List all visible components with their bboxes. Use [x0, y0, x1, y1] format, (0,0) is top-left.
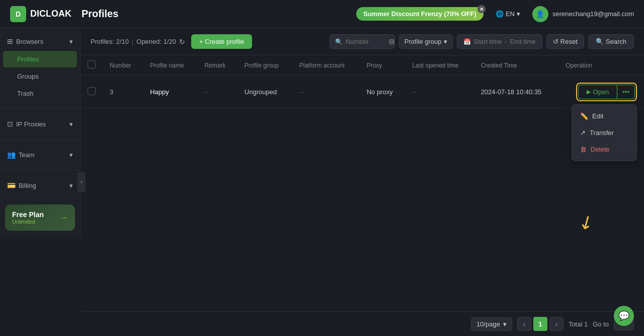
row-checkbox-cell	[80, 76, 103, 109]
operation-container: ▶ Open ••• ✏️	[566, 83, 637, 101]
team-header[interactable]: 👥 Team ▾	[0, 146, 80, 164]
table-row: 3 Happy -- Ungrouped -- No proxy -- 2024…	[80, 76, 644, 109]
user-info[interactable]: 👤 serenechang19@gmail.com	[532, 6, 634, 22]
toolbar-right: 🔍 ⊟ Profile group ▾ 📅 Start time - End t…	[330, 34, 634, 49]
col-platform-account: Platform account	[292, 55, 360, 76]
logo: D DICLOAK	[10, 6, 71, 22]
dropdown-delete[interactable]: 🗑 Delete	[572, 141, 636, 158]
billing-icon: 💳	[7, 181, 16, 189]
profiles-label: Profiles	[17, 55, 39, 63]
search-label: Search	[606, 38, 626, 45]
dropdown-edit[interactable]: ✏️ Edit	[572, 108, 636, 124]
row-operation-cell: ▶ Open ••• ✏️	[558, 76, 644, 109]
date-separator: -	[505, 38, 507, 45]
sidebar: ⊞ Browsers ▾ Profiles Groups Trash	[0, 28, 80, 237]
table-body: 3 Happy -- Ungrouped -- No proxy -- 2024…	[80, 76, 644, 109]
chevron-team-icon: ▾	[69, 151, 73, 159]
browsers-header-left: ⊞ Browsers	[7, 37, 43, 45]
sidebar-item-groups[interactable]: Groups	[3, 68, 77, 85]
sidebar-collapse-button[interactable]: ‹	[77, 172, 86, 192]
free-plan-card[interactable]: Free Plan Unlimited →	[5, 205, 75, 231]
dropdown-menu: ✏️ Edit ↗ Transfer 🗑 De	[572, 104, 637, 161]
plan-arrow-icon: →	[60, 213, 68, 222]
promo-text: Summer Discount Frenzy (70% OFF)	[363, 10, 476, 18]
separator: |	[132, 38, 133, 45]
team-section: 👥 Team ▾	[0, 142, 80, 168]
row-number: 3	[103, 76, 143, 109]
toolbar: Profiles: 2/10 | Opened: 1/20 ↻ + Create…	[80, 28, 644, 55]
sidebar-item-profiles[interactable]: Profiles	[3, 51, 77, 68]
sidebar-item-trash[interactable]: Trash	[3, 85, 77, 102]
lang-label: EN	[506, 10, 515, 18]
promo-close-icon[interactable]: ✕	[477, 5, 486, 13]
ellipsis-icon: •••	[622, 88, 629, 96]
open-label: Open	[593, 88, 609, 96]
col-operation: Operation	[558, 55, 644, 76]
prev-page-button[interactable]: ‹	[517, 317, 531, 331]
chevron-down-icon: ▾	[517, 10, 520, 18]
row-profile-name: Happy	[143, 76, 197, 109]
chevron-billing-icon: ▾	[69, 182, 73, 189]
select-all-header	[80, 55, 103, 76]
browsers-label: Browsers	[16, 38, 43, 45]
date-range-filter[interactable]: 📅 Start time - End time	[457, 34, 542, 49]
row-checkbox[interactable]	[88, 87, 96, 95]
col-last-opened: Last opened time	[405, 55, 473, 76]
chevron-ip-icon: ▾	[69, 120, 73, 128]
topbar-right: Summer Discount Frenzy (70% OFF) ✕ 🌐 EN …	[356, 6, 634, 22]
arrow-annotation: ↙	[575, 209, 598, 235]
refresh-icon[interactable]: ↻	[179, 38, 185, 46]
page-size-selector[interactable]: 10/page ▾	[471, 317, 512, 331]
ip-proxies-section: ⊡ IP Proxies ▾	[0, 111, 80, 137]
profiles-table: Number Profile name Remark Profile group…	[80, 55, 644, 109]
groups-label: Groups	[17, 73, 39, 80]
plan-name: Free Plan	[12, 211, 44, 219]
browsers-header[interactable]: ⊞ Browsers ▾	[0, 32, 80, 50]
open-icon: ▶	[587, 89, 591, 95]
search-button[interactable]: 🔍 Search	[588, 34, 634, 49]
billing-header[interactable]: 💳 Billing ▾	[0, 176, 80, 194]
chevron-page-icon: ▾	[503, 320, 507, 328]
col-profile-name: Profile name	[143, 55, 197, 76]
promo-banner[interactable]: Summer Discount Frenzy (70% OFF) ✕	[356, 7, 484, 21]
sidebar-divider-2	[0, 139, 80, 140]
current-page[interactable]: 1	[533, 317, 547, 331]
chevron-group-icon: ▾	[444, 38, 447, 45]
transfer-icon: ↗	[580, 129, 586, 137]
col-number: Number	[103, 55, 143, 76]
number-filter-input[interactable]: 🔍 ⊟	[330, 34, 395, 49]
lang-selector[interactable]: 🌐 EN ▾	[492, 8, 524, 20]
team-icon: 👥	[7, 151, 16, 159]
chat-button[interactable]: 💬	[614, 306, 634, 326]
next-page-button[interactable]: ›	[549, 317, 564, 331]
sidebar-wrapper: ⊞ Browsers ▾ Profiles Groups Trash	[0, 28, 80, 336]
open-button[interactable]: ▶ Open	[578, 85, 617, 99]
sidebar-divider-3	[0, 170, 80, 170]
number-input[interactable]	[346, 38, 386, 45]
row-proxy: No proxy	[360, 76, 406, 109]
opened-count-text: Opened: 1/20	[136, 38, 176, 45]
ip-proxies-header-left: ⊡ IP Proxies	[7, 120, 46, 128]
create-profile-button[interactable]: + Create profile	[191, 34, 252, 49]
topbar: D DICLOAK Profiles Summer Discount Frenz…	[0, 0, 644, 28]
logo-text: DICLOAK	[30, 9, 71, 19]
header-row: Number Profile name Remark Profile group…	[80, 55, 644, 76]
page-size-label: 10/page	[476, 320, 500, 328]
ip-proxies-header[interactable]: ⊡ IP Proxies ▾	[0, 115, 80, 133]
op-wrapper: ▶ Open •••	[576, 83, 637, 101]
filter-icon[interactable]: ⊟	[389, 38, 394, 45]
sidebar-bottom: Free Plan Unlimited →	[0, 198, 80, 237]
date-end-label: End time	[510, 38, 536, 45]
free-plan-text: Free Plan Unlimited	[12, 211, 44, 225]
profile-group-button[interactable]: Profile group ▾	[399, 34, 453, 49]
dropdown-transfer[interactable]: ↗ Transfer	[572, 124, 636, 141]
billing-header-left: 💳 Billing	[7, 181, 36, 189]
col-remark: Remark	[197, 55, 237, 76]
search-small-icon: 🔍	[335, 38, 343, 45]
more-options-button[interactable]: •••	[617, 85, 635, 99]
team-label: Team	[19, 151, 35, 159]
logo-icon: D	[10, 6, 26, 22]
select-all-checkbox[interactable]	[88, 60, 96, 69]
profiles-count: Profiles: 2/10 | Opened: 1/20 ↻	[91, 38, 185, 46]
reset-button[interactable]: ↺ Reset	[546, 34, 584, 49]
